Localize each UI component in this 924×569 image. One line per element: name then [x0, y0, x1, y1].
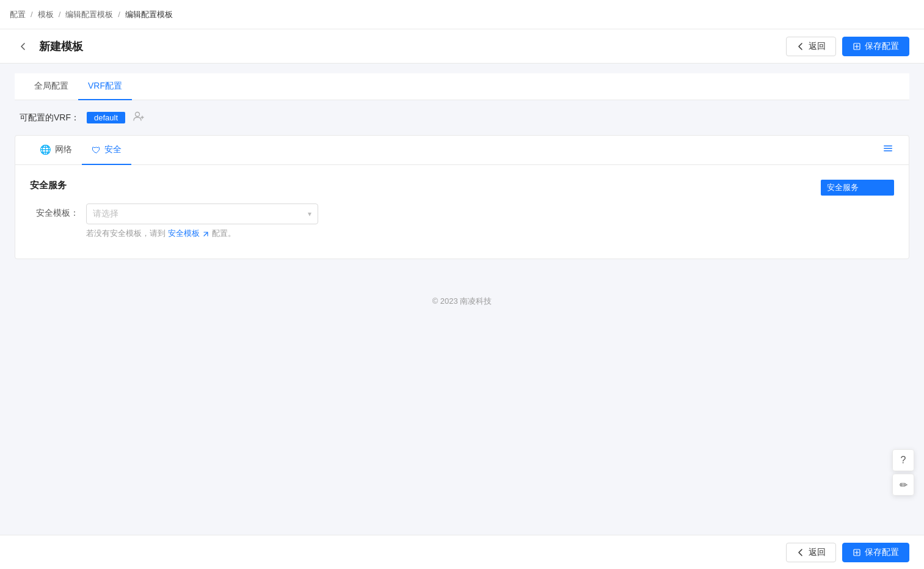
page-header: 新建模板 返回 保存配置: [0, 29, 924, 64]
main-tabs: 全局配置 VRF配置: [15, 73, 909, 100]
breadcrumb-current: 编辑配置模板: [125, 9, 173, 20]
header-left: 新建模板: [15, 38, 83, 55]
back-button[interactable]: [15, 38, 32, 55]
vrf-label-row: 可配置的VRF： default: [15, 110, 909, 125]
breadcrumb-sep-1: /: [31, 10, 33, 19]
hint-text: 若没有安全模板，请到: [86, 229, 166, 238]
header-return-button[interactable]: 返回: [786, 37, 836, 56]
svg-rect-2: [884, 145, 892, 147]
header-actions: 返回 保存配置: [786, 37, 909, 56]
list-view-icon[interactable]: [882, 142, 894, 158]
page-footer: © 2023 南凌科技: [15, 284, 909, 319]
form-control-wrap: 请选择 ▾ 若没有安全模板，请到 安全模板 配置。: [86, 204, 806, 239]
card-body: 安全服务 安全模板： 请选择 ▾ 若没有安全模板，请到 安全模板: [15, 165, 909, 259]
breadcrumb-item-1[interactable]: 配置: [10, 9, 26, 20]
breadcrumb: 配置 / 模板 / 编辑配置模板 / 编辑配置模板: [0, 0, 924, 29]
sidebar-nav-security[interactable]: 安全服务: [821, 180, 894, 196]
select-placeholder: 请选择: [93, 208, 118, 219]
vrf-badge[interactable]: default: [87, 112, 125, 123]
inner-tabs: 🌐 网络 🛡 安全: [15, 136, 909, 165]
inner-card: 🌐 网络 🛡 安全 安全服务 安全模: [15, 135, 909, 259]
card-sidebar: 安全服务: [821, 180, 894, 244]
tab-network[interactable]: 🌐 网络: [30, 136, 82, 165]
form-row-security-template: 安全模板： 请选择 ▾ 若没有安全模板，请到 安全模板 配置。: [30, 204, 806, 239]
form-hint: 若没有安全模板，请到 安全模板 配置。: [86, 228, 806, 239]
hint-suffix: 配置。: [212, 229, 236, 238]
globe-icon: 🌐: [40, 144, 51, 155]
page-title: 新建模板: [39, 39, 83, 54]
breadcrumb-sep-3: /: [118, 10, 120, 19]
tab-security[interactable]: 🛡 安全: [82, 136, 131, 165]
security-template-select[interactable]: 请选择 ▾: [86, 204, 318, 224]
footer-text: © 2023 南凌科技: [432, 296, 492, 306]
svg-point-1: [136, 112, 140, 117]
breadcrumb-sep-2: /: [59, 10, 61, 19]
chevron-down-icon: ▾: [308, 210, 311, 218]
vrf-label: 可配置的VRF：: [20, 112, 79, 123]
tab-vrf-config[interactable]: VRF配置: [78, 73, 132, 100]
hint-link[interactable]: 安全模板: [168, 229, 212, 238]
main-content: 全局配置 VRF配置 可配置的VRF： default 🌐 网络 🛡: [0, 64, 924, 329]
user-add-icon[interactable]: [133, 110, 145, 125]
card-main: 安全服务 安全模板： 请选择 ▾ 若没有安全模板，请到 安全模板: [30, 180, 806, 244]
inner-tabs-left: 🌐 网络 🛡 安全: [30, 136, 131, 164]
form-label-security-template: 安全模板：: [30, 204, 79, 219]
header-save-button[interactable]: 保存配置: [842, 37, 909, 56]
section-title: 安全服务: [30, 180, 806, 191]
breadcrumb-item-2[interactable]: 模板: [38, 9, 54, 20]
shield-icon: 🛡: [92, 145, 101, 155]
tab-global-config[interactable]: 全局配置: [24, 73, 78, 100]
svg-rect-3: [884, 148, 892, 149]
breadcrumb-item-3[interactable]: 编辑配置模板: [65, 9, 113, 20]
svg-rect-4: [884, 150, 892, 152]
